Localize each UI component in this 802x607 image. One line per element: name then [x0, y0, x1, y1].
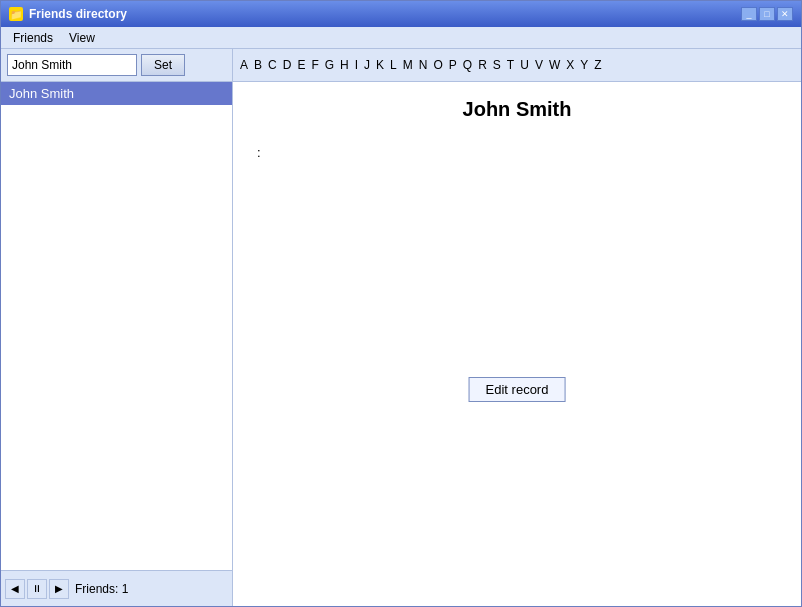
sidebar: John Smith ◀ ⏸ ▶ Friends: 1	[1, 82, 233, 606]
alpha-letter-i[interactable]: I	[352, 58, 361, 72]
friend-list[interactable]: John Smith	[1, 82, 232, 570]
alpha-letter-a[interactable]: A	[237, 58, 251, 72]
alpha-letter-y[interactable]: Y	[577, 58, 591, 72]
menu-view[interactable]: View	[61, 29, 103, 47]
main-content: John Smith : Edit record	[233, 82, 801, 606]
alpha-letter-b[interactable]: B	[251, 58, 265, 72]
alpha-letter-w[interactable]: W	[546, 58, 563, 72]
set-button[interactable]: Set	[141, 54, 185, 76]
list-container: John Smith	[1, 82, 232, 570]
alpha-letter-v[interactable]: V	[532, 58, 546, 72]
menu-friends[interactable]: Friends	[5, 29, 61, 47]
alpha-letter-m[interactable]: M	[400, 58, 416, 72]
combined-header: Set ABCDEFGHIJKLMNOPQRSTUVWXYZ	[1, 49, 801, 82]
main-window: 📁 Friends directory _ □ ✕ Friends View S…	[0, 0, 802, 607]
scroll-left-button[interactable]: ◀	[5, 579, 25, 599]
app-icon: 📁	[9, 7, 23, 21]
alpha-letter-j[interactable]: J	[361, 58, 373, 72]
alpha-letter-n[interactable]: N	[416, 58, 431, 72]
sidebar-bottom-bar: ◀ ⏸ ▶ Friends: 1	[1, 579, 232, 599]
alpha-letter-d[interactable]: D	[280, 58, 295, 72]
toolbar-section: Set	[1, 49, 233, 81]
edit-record-button[interactable]: Edit record	[469, 377, 566, 402]
search-input[interactable]	[7, 54, 137, 76]
alpha-letter-t[interactable]: T	[504, 58, 517, 72]
sidebar-bottom: ◀ ⏸ ▶ Friends: 1	[1, 570, 232, 606]
title-buttons: _ □ ✕	[741, 7, 793, 21]
friends-count: Friends: 1	[71, 582, 128, 596]
alpha-letter-o[interactable]: O	[430, 58, 445, 72]
alpha-letter-h[interactable]: H	[337, 58, 352, 72]
content-area: John Smith ◀ ⏸ ▶ Friends: 1 John Smith :…	[1, 82, 801, 606]
maximize-button[interactable]: □	[759, 7, 775, 21]
menubar: Friends View	[1, 27, 801, 49]
record-name: John Smith	[257, 98, 777, 121]
alpha-letter-c[interactable]: C	[265, 58, 280, 72]
alphabet-bar: ABCDEFGHIJKLMNOPQRSTUVWXYZ	[233, 49, 801, 81]
alpha-letter-s[interactable]: S	[490, 58, 504, 72]
alpha-letter-g[interactable]: G	[322, 58, 337, 72]
alpha-letter-e[interactable]: E	[294, 58, 308, 72]
alpha-letter-r[interactable]: R	[475, 58, 490, 72]
scroll-pause-button[interactable]: ⏸	[27, 579, 47, 599]
scroll-right-button[interactable]: ▶	[49, 579, 69, 599]
alpha-letter-u[interactable]: U	[517, 58, 532, 72]
alpha-letter-f[interactable]: F	[308, 58, 321, 72]
alpha-letter-x[interactable]: X	[563, 58, 577, 72]
record-field-separator: :	[257, 137, 777, 168]
alpha-letter-l[interactable]: L	[387, 58, 400, 72]
minimize-button[interactable]: _	[741, 7, 757, 21]
alpha-letter-k[interactable]: K	[373, 58, 387, 72]
alpha-letter-q[interactable]: Q	[460, 58, 475, 72]
window-title: Friends directory	[29, 7, 127, 21]
close-button[interactable]: ✕	[777, 7, 793, 21]
title-bar: 📁 Friends directory _ □ ✕	[1, 1, 801, 27]
title-bar-left: 📁 Friends directory	[9, 7, 127, 21]
alpha-letter-z[interactable]: Z	[591, 58, 604, 72]
alpha-letter-p[interactable]: P	[446, 58, 460, 72]
friend-item[interactable]: John Smith	[1, 82, 232, 105]
